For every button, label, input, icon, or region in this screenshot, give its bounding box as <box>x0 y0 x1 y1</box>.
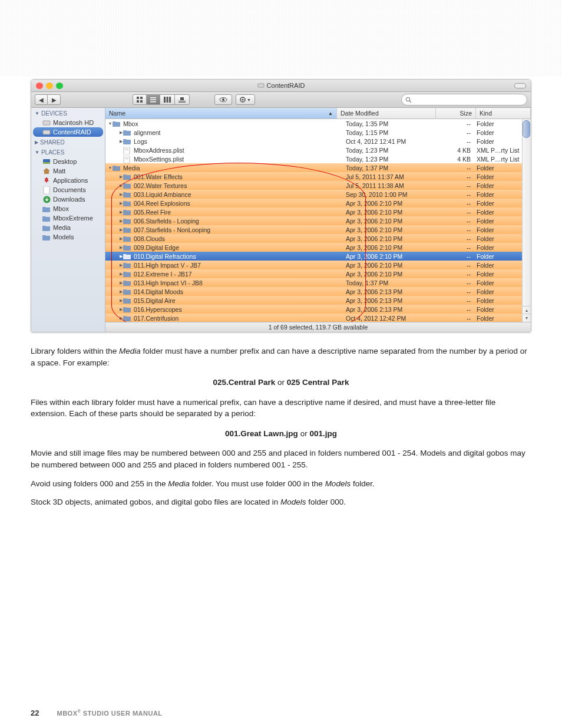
file-name: 010.Digital Refractions <box>134 253 196 260</box>
file-row[interactable]: ▼MboxToday, 1:35 PM--Folder <box>105 119 531 128</box>
zoom-button[interactable] <box>56 83 63 89</box>
disclosure-triangle-icon[interactable]: ▶ <box>118 289 123 294</box>
disclosure-triangle-icon[interactable]: ▶ <box>118 228 123 232</box>
disclosure-triangle-icon[interactable]: ▶ <box>118 272 123 276</box>
file-row[interactable]: ▶alignmentToday, 1:15 PM--Folder <box>105 128 531 137</box>
column-view-button[interactable] <box>160 94 175 105</box>
disclosure-triangle-icon[interactable]: ▶ <box>118 174 123 179</box>
coverflow-view-button[interactable] <box>175 94 190 105</box>
quicklook-button[interactable] <box>214 94 232 105</box>
forward-button[interactable]: ▶ <box>48 94 61 105</box>
file-row[interactable]: ▶001.Water EffectsJul 5, 2011 11:37 AM--… <box>105 172 531 181</box>
column-date[interactable]: Date Modified <box>337 108 436 118</box>
file-row[interactable]: ▶003.Liquid AmbianceSep 30, 2010 1:00 PM… <box>105 190 531 199</box>
disclosure-triangle-icon[interactable]: ▶ <box>118 263 123 268</box>
file-row[interactable]: ▶015.Digital AireApr 3, 2006 2:13 PM--Fo… <box>105 296 531 305</box>
sidebar-section-header[interactable]: ▶SHARED <box>31 137 105 147</box>
sidebar-item[interactable]: Media <box>33 223 103 232</box>
disclosure-triangle-icon[interactable]: ▶ <box>118 281 123 285</box>
close-button[interactable] <box>36 83 43 89</box>
file-row[interactable]: ▶012.Extreme I - JB17Apr 3, 2006 2:10 PM… <box>105 269 531 278</box>
file-name: alignment <box>134 129 161 136</box>
disclosure-triangle-icon[interactable]: ▶ <box>118 139 123 144</box>
sidebar-item-label: Applications <box>53 177 88 184</box>
file-kind: XML P…rty List <box>477 147 524 154</box>
disclosure-triangle-icon[interactable]: ▶ <box>118 183 123 188</box>
sidebar-item[interactable]: Documents <box>33 185 103 195</box>
column-kind[interactable]: Kind <box>476 108 531 118</box>
file-row[interactable]: ▶008.CloudsApr 3, 2006 2:10 PM--Folder <box>105 234 531 243</box>
disclosure-triangle-icon[interactable]: ▶ <box>118 130 123 135</box>
disclosure-triangle-icon[interactable]: ▼ <box>108 121 113 126</box>
disclosure-triangle-icon[interactable]: ▶ <box>118 307 123 312</box>
folder-icon <box>123 129 131 136</box>
file-name: MboxSettings.plist <box>134 156 184 163</box>
scroll-down-icon[interactable]: ▾ <box>523 314 531 322</box>
folder-icon <box>123 271 131 277</box>
minimize-button[interactable] <box>46 83 53 89</box>
file-row[interactable]: ▶011.High Impact V - JB7Apr 3, 2006 2:10… <box>105 261 531 269</box>
sidebar-section-header[interactable]: ▼PLACES <box>31 147 105 157</box>
disclosure-triangle-icon[interactable]: ▶ <box>118 245 123 250</box>
disclosure-triangle-icon[interactable]: ▶ <box>118 254 123 259</box>
sidebar-item[interactable]: Models <box>33 232 103 242</box>
sidebar-item[interactable]: Matt <box>33 166 103 176</box>
file-row[interactable]: ▶002.Water TexturesJul 5, 2011 11:38 AM-… <box>105 181 531 190</box>
disclosure-triangle-icon[interactable]: ▶ <box>118 192 123 197</box>
file-row[interactable]: ▶005.Reel FireApr 3, 2006 2:10 PM--Folde… <box>105 207 531 216</box>
column-name[interactable]: Name▲ <box>105 108 337 118</box>
file-row[interactable]: ▶016.HyperscopesApr 3, 2006 2:13 PM--Fol… <box>105 305 531 314</box>
sidebar-item[interactable]: Applications <box>33 176 103 185</box>
sidebar-item[interactable]: Macintosh HD <box>33 118 103 127</box>
sidebar-item[interactable]: Mbox <box>33 204 103 213</box>
file-row[interactable]: ▶LogsOct 4, 2012 12:41 PM--Folder <box>105 137 531 146</box>
scroll-up-icon[interactable]: ▴ <box>523 306 531 314</box>
disclosure-triangle-icon[interactable]: ▼ <box>108 166 113 170</box>
file-row[interactable]: ▶006.Starfields - LoopingApr 3, 2006 2:1… <box>105 216 531 225</box>
apps-icon <box>42 177 51 184</box>
disclosure-triangle-icon[interactable]: ▶ <box>118 298 123 303</box>
sidebar-item[interactable]: MboxExtreme <box>33 213 103 223</box>
action-button[interactable]: ▼ <box>236 94 255 105</box>
sidebar-section-header[interactable]: ▼DEVICES <box>31 108 105 118</box>
disclosure-triangle-icon[interactable]: ▶ <box>118 219 123 223</box>
disclosure-triangle-icon[interactable]: ▶ <box>118 201 123 206</box>
file-kind: Folder <box>477 306 524 313</box>
back-button[interactable]: ◀ <box>35 94 48 105</box>
toolbar-pill-button[interactable] <box>514 83 526 88</box>
list-view-button[interactable] <box>147 94 160 105</box>
hd-icon <box>257 83 265 88</box>
paragraph: Stock 3D objects, animated gobos, and di… <box>31 496 531 508</box>
file-date: Apr 3, 2006 2:10 PM <box>346 244 441 251</box>
file-row[interactable]: ▶010.Digital RefractionsApr 3, 2006 2:10… <box>105 252 531 261</box>
disclosure-triangle-icon[interactable]: ▶ <box>118 316 123 321</box>
disclosure-triangle-icon[interactable]: ▶ <box>118 210 123 215</box>
sidebar-item[interactable]: Desktop <box>33 157 103 166</box>
file-row[interactable]: MboxSettings.plistToday, 1:23 PM4 KBXML … <box>105 154 531 163</box>
file-row[interactable]: ▶017.CentrifusionOct 4, 2012 12:42 PM--F… <box>105 314 531 322</box>
decorative-map-bg <box>0 0 562 77</box>
column-size[interactable]: Size <box>436 108 476 118</box>
icon-view-button[interactable] <box>133 94 147 105</box>
view-mode-buttons <box>133 94 190 105</box>
svg-rect-20 <box>43 121 50 125</box>
file-row[interactable]: MboxAddress.plistToday, 1:23 PM4 KBXML P… <box>105 146 531 154</box>
sidebar-item[interactable]: ContentRAID <box>33 127 103 137</box>
sidebar-item-label: Downloads <box>53 196 85 203</box>
folder-icon <box>123 200 131 206</box>
file-size: -- <box>441 262 477 269</box>
sidebar-item-label: Media <box>53 224 71 231</box>
file-row[interactable]: ▶007.Starfields - NonLoopingApr 3, 2006 … <box>105 225 531 234</box>
sidebar-item[interactable]: Downloads <box>33 195 103 204</box>
scroll-thumb[interactable] <box>523 120 530 138</box>
scrollbar[interactable]: ▴ ▾ <box>522 119 531 322</box>
disclosure-triangle-icon[interactable]: ▶ <box>118 236 123 241</box>
file-row[interactable]: ▶014.Digital MoodsApr 3, 2006 2:13 PM--F… <box>105 287 531 296</box>
search-field[interactable] <box>401 94 527 106</box>
svg-rect-12 <box>178 101 186 101</box>
file-row[interactable]: ▶013.High Impact VI - JB8Today, 1:37 PM-… <box>105 278 531 287</box>
file-row[interactable]: ▶004.Reel ExplosionsApr 3, 2006 2:10 PM-… <box>105 199 531 207</box>
file-kind: Folder <box>477 235 524 242</box>
file-row[interactable]: ▼MediaToday, 1:37 PM--Folder <box>105 163 531 172</box>
file-row[interactable]: ▶009.Digital EdgeApr 3, 2006 2:10 PM--Fo… <box>105 243 531 252</box>
